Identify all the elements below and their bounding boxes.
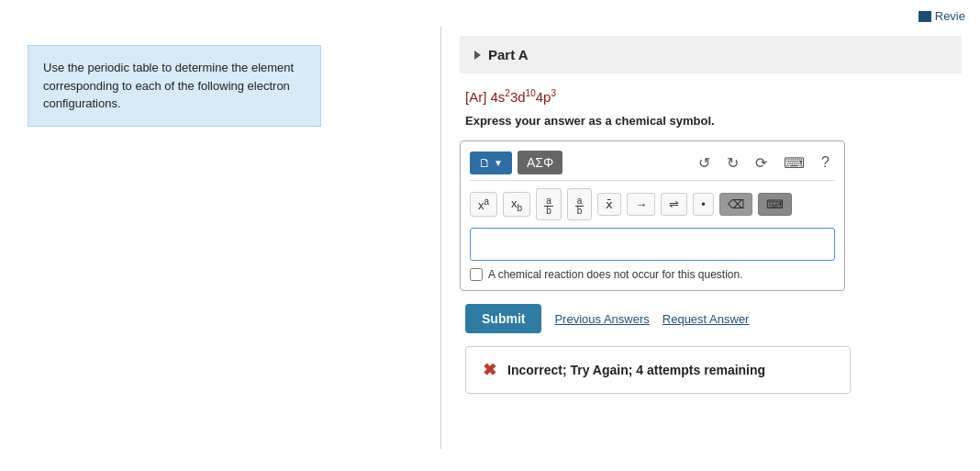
answer-input-area[interactable]: [470, 228, 835, 261]
error-icon: ✖: [483, 360, 496, 380]
keyboard-button[interactable]: ⌨: [778, 151, 810, 174]
kbd-small-button[interactable]: ⌨: [758, 193, 792, 216]
part-header: Part A: [460, 36, 962, 73]
redo-button[interactable]: ↻: [721, 151, 744, 174]
superscript-button[interactable]: xa: [470, 192, 497, 217]
express-label: Express your answer as a chemical symbol…: [460, 114, 962, 128]
symbol-button[interactable]: ΑΣΦ: [518, 151, 562, 174]
fraction-ab-icon: ab: [575, 196, 585, 216]
symbol-label: ΑΣΦ: [527, 155, 553, 170]
main-layout: Use the periodic table to determine the …: [0, 27, 980, 449]
delete-button[interactable]: ⌫: [719, 193, 752, 216]
reset-button[interactable]: ⟳: [750, 151, 773, 174]
no-reaction-row: A chemical reaction does not occur for t…: [470, 268, 835, 281]
no-reaction-checkbox[interactable]: [470, 268, 483, 281]
xbar-button[interactable]: x̄: [597, 193, 621, 216]
instruction-box: Use the periodic table to determine the …: [28, 45, 321, 127]
electron-config: [Ar] 4s23d104p3: [460, 88, 962, 105]
fraction-ab-button[interactable]: ab: [567, 188, 593, 220]
undo-button[interactable]: ↺: [693, 151, 716, 174]
request-answer-button[interactable]: Request Answer: [663, 312, 750, 326]
left-panel: Use the periodic table to determine the …: [0, 27, 440, 449]
error-box: ✖ Incorrect; Try Again; 4 attempts remai…: [465, 346, 851, 394]
top-bar: Revie: [0, 0, 980, 27]
fraction-simple-button[interactable]: ab: [536, 188, 562, 220]
arrow-button[interactable]: →: [627, 193, 655, 216]
math-toolbar-bottom: xa xb ab ab x̄ → ⇌ • ⌫ ⌨: [470, 188, 835, 220]
dot-button[interactable]: •: [693, 193, 714, 216]
arrow-down-icon: ▼: [494, 158, 503, 168]
previous-answers-button[interactable]: Previous Answers: [554, 312, 649, 326]
equilibrium-button[interactable]: ⇌: [661, 193, 687, 216]
fraction-simple-icon: ab: [544, 196, 553, 216]
no-reaction-label: A chemical reaction does not occur for t…: [488, 268, 742, 281]
submit-button[interactable]: Submit: [465, 304, 541, 333]
review-link[interactable]: Revie: [919, 9, 965, 23]
subscript-button[interactable]: xb: [503, 192, 530, 218]
collapse-icon[interactable]: [474, 50, 481, 60]
actions-row: Submit Previous Answers Request Answer: [460, 304, 962, 333]
math-toolbar-top: 🗋 ▼ ΑΣΦ ↺ ↻ ⟳ ⌨ ?: [470, 151, 835, 181]
help-button[interactable]: ?: [816, 151, 835, 174]
palette-icon: 🗋: [479, 156, 491, 170]
instruction-text: Use the periodic table to determine the …: [43, 61, 294, 110]
review-icon: [919, 11, 931, 22]
part-label: Part A: [488, 47, 529, 62]
right-panel: Part A [Ar] 4s23d104p3 Express your answ…: [441, 27, 980, 449]
error-message: Incorrect; Try Again; 4 attempts remaini…: [507, 363, 765, 377]
palette-button[interactable]: 🗋 ▼: [470, 151, 512, 174]
math-input-box: 🗋 ▼ ΑΣΦ ↺ ↻ ⟳ ⌨ ? xa xb ab: [460, 140, 845, 291]
review-label: Revie: [935, 9, 965, 23]
